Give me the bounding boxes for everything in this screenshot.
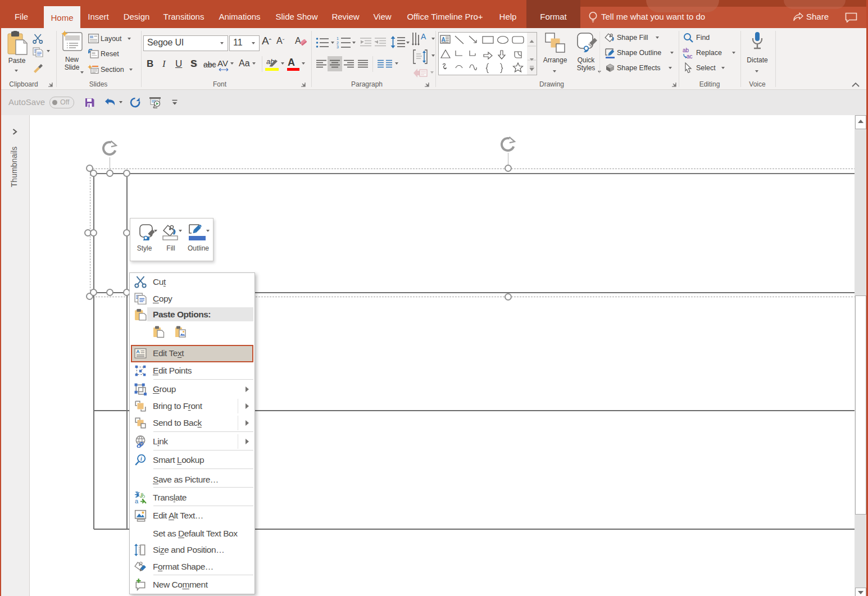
svg-text:A: A [442,37,446,43]
svg-text:A: A [136,349,140,354]
svg-text:A: A [295,36,301,46]
svg-text:1: 1 [337,37,339,40]
svg-text:a: a [135,498,139,504]
svg-text:ab: ab [683,47,689,53]
svg-text:ac: ac [687,53,693,59]
svg-text:A: A [421,33,426,41]
svg-text:2: 2 [337,41,339,45]
svg-text:あ: あ [140,492,146,498]
svg-text:i: i [140,456,142,462]
svg-text:3: 3 [337,45,339,49]
